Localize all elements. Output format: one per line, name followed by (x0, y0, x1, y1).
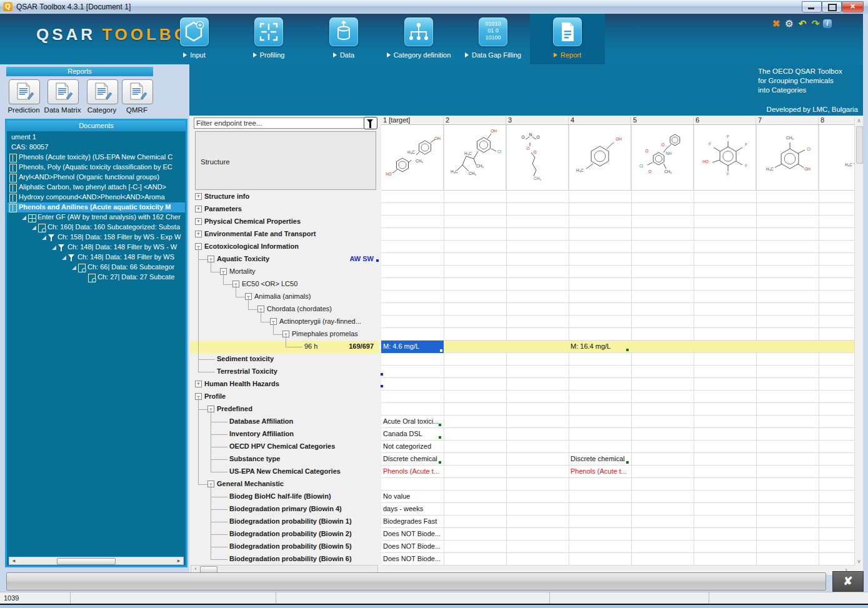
redo-icon[interactable]: ↷ (810, 18, 821, 29)
structure-thumbnail[interactable]: OHClH₃CCH₃H₃CCH₃ (444, 125, 506, 191)
endpoint-node-biodeg-biohc-half-life-biowin[interactable]: Biodeg BioHC half-life (Biowin) (229, 492, 331, 500)
profiling-icon[interactable] (254, 17, 283, 46)
prediction-report-button[interactable] (9, 79, 40, 104)
nav-item-report[interactable]: Report (524, 51, 611, 59)
matrix-column-header[interactable]: 5 (631, 116, 694, 124)
endpoint-node-biodegradation-probability-biowin-1[interactable]: Biodegradation probability (Biowin 1) (229, 517, 352, 525)
stop-button[interactable]: ✘ (832, 571, 864, 592)
document-tree-item[interactable]: ument 1 (7, 132, 186, 142)
tree-expander-icon[interactable] (42, 236, 46, 240)
endpoint-node-sediment-toxicity[interactable]: Sediment toxicity (217, 355, 274, 362)
matrix-cell[interactable]: Does NOT Biode... (381, 528, 444, 541)
category-report-button[interactable] (87, 79, 118, 104)
endpoint-node-structure-info[interactable]: Structure info (204, 192, 249, 200)
tree-expander-icon[interactable] (52, 246, 56, 250)
document-tree-item[interactable]: Aliphatic Carbon, two phenyl attach [-C-… (7, 182, 186, 192)
scroll-right-icon[interactable]: ▸ (174, 557, 183, 564)
settings-gear-icon[interactable]: ⚙ (784, 18, 795, 29)
matrix-cell[interactable]: Biodegrades Fast (381, 516, 444, 528)
tree-expander-icon[interactable] (62, 256, 66, 260)
matrix-column-header[interactable]: 2 (444, 116, 506, 124)
about-info-icon[interactable]: i (823, 19, 832, 28)
matrix-cell[interactable]: Acute Oral toxici... (381, 416, 444, 428)
scroll-up-icon[interactable]: ∧ (855, 117, 863, 124)
document-tree-item[interactable]: Ch: 148| Data: 148 Filter by WS - W (7, 242, 186, 252)
matrix-cell[interactable]: Not categorized (381, 441, 444, 453)
document-tree-item[interactable]: Ch: 160| Data: 160 Subcategorized: Subst… (7, 222, 186, 232)
data-matrix-report-button[interactable] (47, 79, 79, 104)
matrix-cell[interactable]: Phenols (Acute t... (569, 466, 631, 478)
document-tree-item[interactable]: Ch: 66| Data: 66 Subcategor (7, 262, 186, 272)
close-workflow-icon[interactable]: ✖ (771, 18, 782, 29)
endpoint-node-physical-chemical-properties[interactable]: Physical Chemical Properties (204, 217, 301, 225)
matrix-cell[interactable]: M: 16.4 mg/L (569, 341, 631, 353)
input-icon[interactable] (180, 17, 209, 46)
data-gap-filling-icon[interactable]: 0101001 010100 (479, 17, 507, 46)
document-tree-item[interactable]: Aryl<AND>Phenol (Organic functional grou… (7, 172, 186, 182)
category-definition-icon[interactable] (404, 17, 433, 46)
endpoint-node-predefined[interactable]: Predefined (217, 405, 252, 412)
endpoint-node-substance-type[interactable]: Substance type (229, 455, 280, 462)
endpoint-node-inventory-affiliation[interactable]: Inventory Affiliation (229, 430, 294, 437)
structure-thumbnail[interactable]: FFFFFHO (694, 125, 756, 191)
structure-thumbnail[interactable]: ONHOClCH₃O (631, 125, 694, 191)
document-tree-item[interactable]: Ch: 158| Data: 158 Filter by WS - Exp W (7, 232, 186, 242)
endpoint-node-general-mechanistic[interactable]: General Mechanistic (217, 480, 284, 487)
scroll-left-icon[interactable]: ◂ (9, 557, 18, 564)
document-tree-item[interactable]: Ch: 148| Data: 148 Filter by WS (7, 252, 186, 262)
endpoint-node-biodegradation-probability-biowin-5[interactable]: Biodegradation probability (Biowin 5) (229, 542, 352, 550)
document-tree-item[interactable]: Phenols, Poly (Aquatic toxicity classifi… (7, 162, 186, 172)
matrix-column-header[interactable]: 8 (819, 116, 854, 124)
matrix-cell[interactable]: Discrete chemical (381, 453, 444, 466)
document-tree-item[interactable]: Phenols and Anilines (Acute aquatic toxi… (7, 202, 186, 212)
matrix-cell[interactable]: Phenols (Acute t... (381, 466, 444, 478)
endpoint-node-ec50-or-lc50[interactable]: EC50 <OR> LC50 (242, 280, 297, 287)
scroll-left-icon[interactable]: ‹ (191, 566, 200, 572)
tree-expand-icon[interactable]: + (195, 193, 202, 200)
matrix-vscroll-thumb[interactable] (856, 126, 863, 164)
endpoint-node-animalia-animals[interactable]: Animalia (animals) (254, 292, 311, 300)
structure-thumbnail[interactable]: BrH₃CO (819, 125, 854, 191)
document-tree-item[interactable]: Ch: 27| Data: 27 Subcate (7, 272, 186, 282)
endpoint-node-us-epa-new-chemical-categories[interactable]: US-EPA New Chemical Categories (229, 467, 341, 475)
endpoint-node-pimephales-promelas[interactable]: Pimephales promelas (292, 330, 358, 337)
tree-expander-icon[interactable] (32, 226, 36, 230)
endpoint-node-mortality[interactable]: Mortality (229, 267, 256, 275)
data-icon[interactable] (329, 17, 358, 46)
matrix-cell[interactable]: Discrete chemical (569, 453, 631, 466)
endpoint-node-human-health-hazards[interactable]: Human Health Hazards (204, 380, 279, 387)
tree-expander-icon[interactable] (22, 216, 26, 220)
document-tree-item[interactable]: Phenols (Acute toxicity) (US-EPA New Che… (7, 152, 186, 162)
tree-expand-icon[interactable]: + (195, 381, 202, 387)
report-icon[interactable] (553, 17, 582, 46)
qmrf-report-button[interactable] (122, 79, 153, 104)
undo-icon[interactable]: ↶ (797, 18, 808, 29)
nav-item-data[interactable]: Data (300, 51, 387, 59)
matrix-column-header[interactable]: 1 [target] (381, 116, 444, 124)
endpoint-node-biodegradation-probability-biowin-6[interactable]: Biodegradation probability (Biowin 6) (229, 555, 352, 562)
structure-thumbnail[interactable]: OHHOH₃CCH₃ (381, 125, 444, 191)
endpoint-node-chordata-chordates[interactable]: Chordata (chordates) (267, 305, 332, 312)
endpoint-node-96-h[interactable]: 96 h (304, 342, 317, 350)
matrix-column-header[interactable]: 3 (506, 116, 569, 124)
tree-expander-icon[interactable] (72, 266, 76, 270)
endpoint-node-ecotoxicological-information[interactable]: Ecotoxicological Information (204, 242, 299, 250)
endpoint-node-aquatic-toxicity[interactable]: Aquatic Toxicity (217, 255, 269, 262)
matrix-cell[interactable]: Does NOT Biode... (381, 541, 444, 553)
endpoint-node-parameters[interactable]: Parameters (204, 205, 242, 212)
documents-hscroll-thumb[interactable] (57, 558, 116, 565)
tree-expand-icon[interactable]: + (195, 218, 202, 225)
endpoint-node-oecd-hpv-chemical-categories[interactable]: OECD HPV Chemical Categories (229, 442, 335, 450)
endpoint-node-terrestrial-toxicity[interactable]: Terrestrial Toxicity (217, 367, 277, 375)
scroll-down-icon[interactable]: ∨ (855, 558, 863, 564)
documents-hscrollbar[interactable]: ◂ ▸ (9, 557, 184, 565)
matrix-vscrollbar[interactable]: ∧ ∨ (854, 116, 863, 566)
structure-thumbnail[interactable]: CH₃ClOHH₃C (756, 125, 819, 191)
filter-funnel-button[interactable] (364, 117, 377, 129)
document-tree-item[interactable]: CAS: 80057 (7, 142, 186, 152)
maximize-button[interactable] (822, 1, 842, 12)
close-button[interactable]: ✕ (842, 1, 864, 12)
structure-thumbnail[interactable]: ONOOOCH₃ (506, 125, 569, 191)
matrix-column-header[interactable]: 6 (694, 116, 756, 124)
tree-expand-icon[interactable]: + (195, 206, 202, 212)
